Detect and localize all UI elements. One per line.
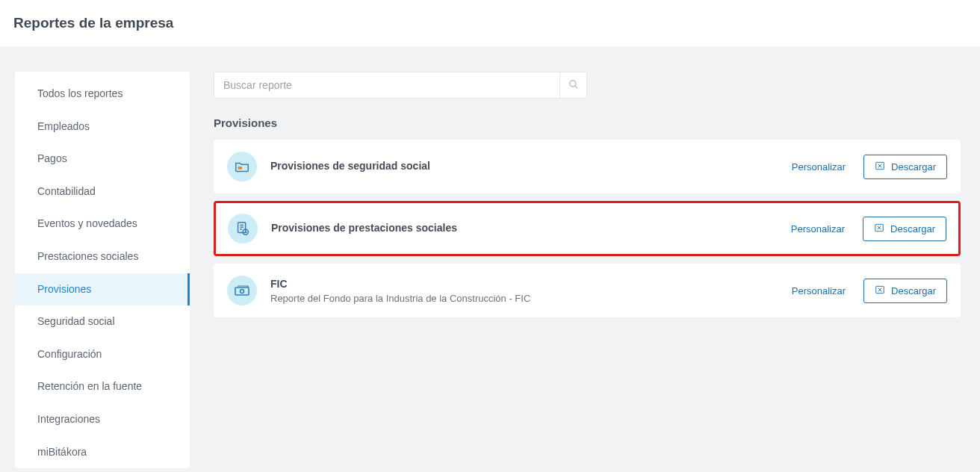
sidebar-item-employees[interactable]: Empleados <box>15 111 190 143</box>
download-button[interactable]: Descargar <box>863 279 947 303</box>
sidebar-item-configuration[interactable]: Configuración <box>15 338 190 371</box>
sidebar-item-integrations[interactable]: Integraciones <box>15 403 190 436</box>
card-title: Provisiones de seguridad social <box>270 159 778 174</box>
search-icon <box>568 79 579 92</box>
download-button[interactable]: Descargar <box>863 155 947 179</box>
card-body: Provisiones de seguridad social <box>270 159 778 174</box>
folder-icon <box>227 152 257 181</box>
excel-icon <box>875 161 885 173</box>
svg-rect-10 <box>235 288 249 295</box>
card-title: Provisiones de prestaciones sociales <box>271 221 778 236</box>
sidebar-item-events[interactable]: Eventos y novedades <box>15 208 190 240</box>
card-actions: Personalizar Descargar <box>791 217 946 241</box>
excel-icon <box>875 285 885 297</box>
card-title: FIC <box>270 277 778 292</box>
sidebar-item-social-security[interactable]: Seguridad social <box>15 305 190 338</box>
report-card-fic: FIC Reporte del Fondo para la Industria … <box>214 264 961 317</box>
sidebar-item-all-reports[interactable]: Todos los reportes <box>15 78 190 111</box>
sidebar-item-accounting[interactable]: Contabilidad <box>15 176 190 208</box>
sidebar-item-mibitakora[interactable]: miBitákora <box>15 436 190 469</box>
search-button[interactable] <box>560 72 587 99</box>
report-card-benefits-provisions: Provisiones de prestaciones sociales Per… <box>214 201 961 256</box>
svg-point-0 <box>569 80 575 86</box>
sidebar-item-provisions[interactable]: Provisiones <box>15 273 190 306</box>
personalize-link[interactable]: Personalizar <box>792 161 846 173</box>
search-row <box>214 72 961 99</box>
excel-icon <box>874 223 884 235</box>
card-body: FIC Reporte del Fondo para la Industria … <box>270 277 778 305</box>
money-icon <box>227 276 257 305</box>
card-actions: Personalizar Descargar <box>792 279 947 303</box>
sidebar-item-benefits[interactable]: Prestaciones sociales <box>15 240 190 273</box>
section-title: Provisiones <box>214 117 961 129</box>
personalize-link[interactable]: Personalizar <box>791 223 845 235</box>
download-button[interactable]: Descargar <box>863 217 946 241</box>
card-actions: Personalizar Descargar <box>792 155 947 179</box>
svg-line-1 <box>574 85 577 88</box>
download-label: Descargar <box>891 285 936 296</box>
report-card-social-security-provisions: Provisiones de seguridad social Personal… <box>214 140 961 193</box>
page-header: Reportes de la empresa <box>0 0 980 46</box>
content-area: Todos los reportes Empleados Pagos Conta… <box>0 46 980 472</box>
document-chart-icon <box>228 214 258 243</box>
card-description: Reporte del Fondo para la Industria de l… <box>270 293 778 304</box>
card-body: Provisiones de prestaciones sociales <box>271 221 778 236</box>
download-label: Descargar <box>891 161 936 173</box>
download-label: Descargar <box>890 223 935 235</box>
search-input[interactable] <box>214 72 560 99</box>
main-content: Provisiones Provisiones de seguridad soc… <box>214 72 961 325</box>
sidebar-item-payments[interactable]: Pagos <box>15 143 190 176</box>
svg-point-11 <box>241 290 244 294</box>
sidebar-item-withholding[interactable]: Retención en la fuente <box>15 370 190 403</box>
sidebar: Todos los reportes Empleados Pagos Conta… <box>15 72 190 468</box>
svg-rect-2 <box>238 167 243 170</box>
personalize-link[interactable]: Personalizar <box>792 285 846 296</box>
page-title: Reportes de la empresa <box>13 15 980 31</box>
